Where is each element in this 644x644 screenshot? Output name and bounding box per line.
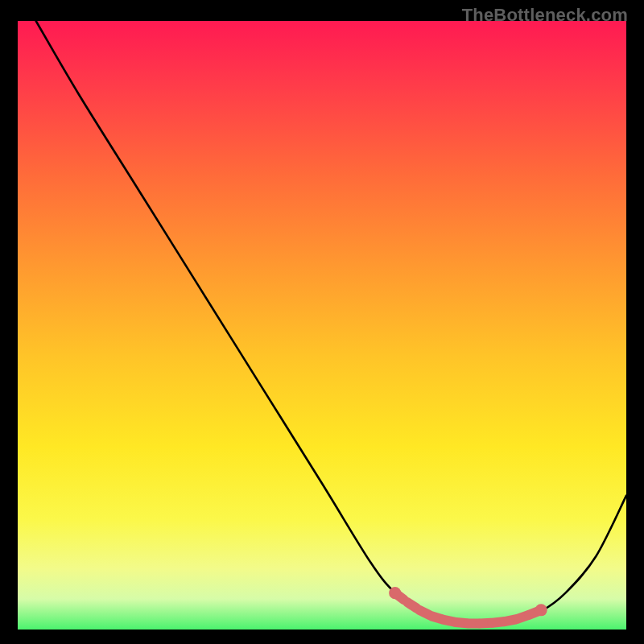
marker-endpoint [389, 587, 401, 599]
plot-area [18, 21, 626, 630]
data-curve [36, 21, 626, 624]
marker-endpoint [535, 604, 547, 616]
chart-container: TheBottleneck.com [0, 0, 644, 644]
marker-dots [389, 587, 547, 623]
chart-svg [18, 21, 626, 630]
